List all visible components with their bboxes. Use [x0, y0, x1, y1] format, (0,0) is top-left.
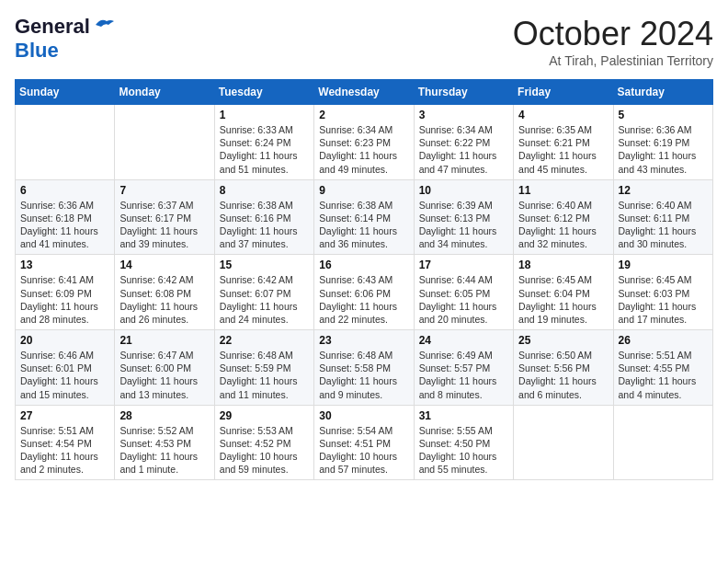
day-number: 17 — [419, 259, 508, 271]
day-number: 23 — [319, 334, 408, 347]
day-number: 10 — [419, 184, 508, 197]
day-info: Sunrise: 6:50 AM Sunset: 5:56 PM Dayligh… — [518, 349, 608, 401]
calendar-cell — [115, 105, 214, 180]
day-number: 21 — [119, 334, 209, 347]
calendar-cell — [16, 105, 115, 180]
week-row-2: 6Sunrise: 6:36 AM Sunset: 6:18 PM Daylig… — [16, 179, 713, 255]
day-number: 26 — [619, 334, 708, 347]
calendar-cell: 11Sunrise: 6:40 AM Sunset: 6:12 PM Dayli… — [514, 179, 613, 255]
day-info: Sunrise: 5:51 AM Sunset: 4:55 PM Dayligh… — [619, 349, 708, 401]
calendar-cell: 21Sunrise: 6:47 AM Sunset: 6:00 PM Dayli… — [115, 330, 214, 406]
calendar-header-row: SundayMondayTuesdayWednesdayThursdayFrid… — [16, 80, 713, 105]
day-info: Sunrise: 6:45 AM Sunset: 6:04 PM Dayligh… — [518, 273, 608, 326]
calendar-cell: 27Sunrise: 5:51 AM Sunset: 4:54 PM Dayli… — [16, 405, 115, 480]
day-info: Sunrise: 6:48 AM Sunset: 5:58 PM Dayligh… — [319, 349, 408, 401]
day-info: Sunrise: 6:45 AM Sunset: 6:03 PM Dayligh… — [619, 273, 708, 326]
day-number: 18 — [518, 259, 608, 271]
column-header-tuesday: Tuesday — [214, 80, 313, 105]
calendar-cell: 6Sunrise: 6:36 AM Sunset: 6:18 PM Daylig… — [16, 179, 115, 255]
day-number: 15 — [220, 259, 309, 271]
day-number: 19 — [619, 259, 708, 271]
day-info: Sunrise: 6:40 AM Sunset: 6:11 PM Dayligh… — [619, 199, 708, 251]
calendar-cell: 28Sunrise: 5:52 AM Sunset: 4:53 PM Dayli… — [115, 405, 214, 480]
calendar-cell: 30Sunrise: 5:54 AM Sunset: 4:51 PM Dayli… — [314, 405, 414, 480]
calendar-cell — [514, 405, 613, 480]
day-number: 13 — [20, 259, 109, 271]
calendar-cell: 17Sunrise: 6:44 AM Sunset: 6:05 PM Dayli… — [414, 255, 513, 330]
location-subtitle: At Tirah, Palestinian Territory — [513, 53, 713, 68]
calendar-cell: 14Sunrise: 6:42 AM Sunset: 6:08 PM Dayli… — [115, 255, 214, 330]
day-info: Sunrise: 5:52 AM Sunset: 4:53 PM Dayligh… — [119, 424, 209, 477]
calendar-cell: 10Sunrise: 6:39 AM Sunset: 6:13 PM Dayli… — [414, 179, 513, 255]
day-info: Sunrise: 6:44 AM Sunset: 6:05 PM Dayligh… — [419, 273, 508, 326]
calendar-cell: 18Sunrise: 6:45 AM Sunset: 6:04 PM Dayli… — [514, 255, 613, 330]
day-number: 9 — [319, 184, 408, 197]
day-info: Sunrise: 5:51 AM Sunset: 4:54 PM Dayligh… — [20, 424, 109, 477]
day-info: Sunrise: 5:54 AM Sunset: 4:51 PM Dayligh… — [319, 424, 408, 477]
column-header-monday: Monday — [115, 80, 214, 105]
calendar-table: SundayMondayTuesdayWednesdayThursdayFrid… — [15, 79, 713, 480]
day-number: 31 — [419, 409, 508, 422]
page-header: General Blue October 2024 At Tirah, Pale… — [15, 15, 713, 68]
calendar-cell: 5Sunrise: 6:36 AM Sunset: 6:19 PM Daylig… — [613, 105, 712, 180]
day-number: 7 — [119, 184, 209, 197]
day-number: 16 — [319, 259, 408, 271]
calendar-cell: 2Sunrise: 6:34 AM Sunset: 6:23 PM Daylig… — [314, 105, 414, 180]
calendar-cell: 20Sunrise: 6:46 AM Sunset: 6:01 PM Dayli… — [16, 330, 115, 406]
day-number: 2 — [319, 109, 408, 121]
day-number: 30 — [319, 409, 408, 422]
column-header-thursday: Thursday — [414, 80, 513, 105]
day-info: Sunrise: 6:34 AM Sunset: 6:22 PM Dayligh… — [419, 123, 508, 176]
column-header-friday: Friday — [514, 80, 613, 105]
calendar-cell: 29Sunrise: 5:53 AM Sunset: 4:52 PM Dayli… — [214, 405, 313, 480]
day-info: Sunrise: 6:41 AM Sunset: 6:09 PM Dayligh… — [20, 273, 109, 326]
title-area: October 2024 At Tirah, Palestinian Terri… — [513, 15, 713, 68]
calendar-cell: 9Sunrise: 6:38 AM Sunset: 6:14 PM Daylig… — [314, 179, 414, 255]
calendar-cell: 13Sunrise: 6:41 AM Sunset: 6:09 PM Dayli… — [16, 255, 115, 330]
day-number: 1 — [220, 109, 309, 121]
day-info: Sunrise: 6:38 AM Sunset: 6:16 PM Dayligh… — [220, 199, 309, 251]
day-number: 24 — [419, 334, 508, 347]
day-number: 12 — [619, 184, 708, 197]
week-row-5: 27Sunrise: 5:51 AM Sunset: 4:54 PM Dayli… — [16, 405, 713, 480]
day-number: 4 — [518, 109, 608, 121]
calendar-cell: 25Sunrise: 6:50 AM Sunset: 5:56 PM Dayli… — [514, 330, 613, 406]
day-info: Sunrise: 6:36 AM Sunset: 6:19 PM Dayligh… — [619, 123, 708, 176]
calendar-cell: 24Sunrise: 6:49 AM Sunset: 5:57 PM Dayli… — [414, 330, 513, 406]
day-info: Sunrise: 6:36 AM Sunset: 6:18 PM Dayligh… — [20, 199, 109, 251]
day-number: 28 — [119, 409, 209, 422]
week-row-3: 13Sunrise: 6:41 AM Sunset: 6:09 PM Dayli… — [16, 255, 713, 330]
day-number: 22 — [220, 334, 309, 347]
day-info: Sunrise: 6:49 AM Sunset: 5:57 PM Dayligh… — [419, 349, 508, 401]
logo: General Blue — [15, 15, 114, 63]
day-info: Sunrise: 5:55 AM Sunset: 4:50 PM Dayligh… — [419, 424, 508, 477]
calendar-cell: 16Sunrise: 6:43 AM Sunset: 6:06 PM Dayli… — [314, 255, 414, 330]
calendar-cell: 12Sunrise: 6:40 AM Sunset: 6:11 PM Dayli… — [613, 179, 712, 255]
calendar-cell: 22Sunrise: 6:48 AM Sunset: 5:59 PM Dayli… — [214, 330, 313, 406]
day-info: Sunrise: 6:37 AM Sunset: 6:17 PM Dayligh… — [119, 199, 209, 251]
day-number: 8 — [220, 184, 309, 197]
calendar-cell: 8Sunrise: 6:38 AM Sunset: 6:16 PM Daylig… — [214, 179, 313, 255]
day-info: Sunrise: 6:40 AM Sunset: 6:12 PM Dayligh… — [518, 199, 608, 251]
calendar-cell: 26Sunrise: 5:51 AM Sunset: 4:55 PM Dayli… — [613, 330, 712, 406]
calendar-cell: 19Sunrise: 6:45 AM Sunset: 6:03 PM Dayli… — [613, 255, 712, 330]
calendar-cell: 7Sunrise: 6:37 AM Sunset: 6:17 PM Daylig… — [115, 179, 214, 255]
calendar-cell: 23Sunrise: 6:48 AM Sunset: 5:58 PM Dayli… — [314, 330, 414, 406]
calendar-cell: 3Sunrise: 6:34 AM Sunset: 6:22 PM Daylig… — [414, 105, 513, 180]
day-info: Sunrise: 6:42 AM Sunset: 6:08 PM Dayligh… — [119, 273, 209, 326]
day-info: Sunrise: 6:43 AM Sunset: 6:06 PM Dayligh… — [319, 273, 408, 326]
logo-blue-text: Blue — [15, 39, 59, 62]
day-info: Sunrise: 6:39 AM Sunset: 6:13 PM Dayligh… — [419, 199, 508, 251]
calendar-cell — [613, 405, 712, 480]
day-number: 5 — [619, 109, 708, 121]
week-row-1: 1Sunrise: 6:33 AM Sunset: 6:24 PM Daylig… — [16, 105, 713, 180]
column-header-wednesday: Wednesday — [314, 80, 414, 105]
calendar-cell: 4Sunrise: 6:35 AM Sunset: 6:21 PM Daylig… — [514, 105, 613, 180]
month-title: October 2024 — [513, 15, 713, 53]
day-info: Sunrise: 6:47 AM Sunset: 6:00 PM Dayligh… — [119, 349, 209, 401]
day-info: Sunrise: 6:42 AM Sunset: 6:07 PM Dayligh… — [220, 273, 309, 326]
day-info: Sunrise: 6:48 AM Sunset: 5:59 PM Dayligh… — [220, 349, 309, 401]
day-number: 14 — [119, 259, 209, 271]
calendar-cell: 1Sunrise: 6:33 AM Sunset: 6:24 PM Daylig… — [214, 105, 313, 180]
day-number: 29 — [220, 409, 309, 422]
